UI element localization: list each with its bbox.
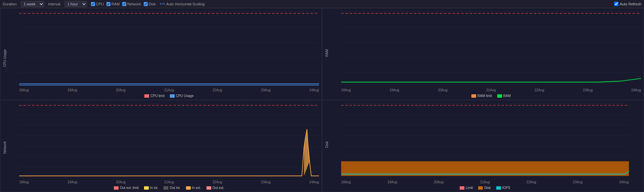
cpu-y-label: CPU Usage [3, 49, 7, 67]
disk-svg [341, 102, 629, 180]
network-checkbox-label[interactable]: Network [122, 2, 141, 6]
auto-refresh: Auto Refresh [614, 2, 641, 6]
scaling-icon: ⟺ [160, 2, 165, 6]
cpu-svg [19, 10, 319, 88]
cpu-limit-label: CPU limit [150, 94, 165, 98]
duration-select[interactable]: 1 week 1 day 1 month [21, 1, 44, 7]
network-label: Network [127, 2, 141, 6]
cpu-x-24aug: 24Aug [309, 88, 319, 92]
disk-chart-panel: Disk 500 GB 100 GB 30 GB 10 GB 3 GB 1 GB… [322, 100, 644, 192]
disk-chart-area: 500 GB 100 GB 30 GB 10 GB 3 GB 1 GB 300 … [341, 102, 629, 180]
cpu-limit-legend: CPU limit [144, 94, 165, 98]
cpu-chart-area: 5 GHz 4 GHz 3 GHz 2 GHz 1 GHz [19, 10, 319, 88]
cpu-x-23aug: 23Aug [261, 88, 271, 92]
interval-label: Interval [48, 2, 60, 6]
ram-chart-panel: RAM 1.5 GiB 1.25 GiB 1 GiB 768 MiB 512 M… [322, 8, 644, 100]
charts-container: CPU Usage 5 GHz 4 GHz 3 GHz 2 GHz 1 GHz [0, 8, 644, 192]
auto-refresh-checkbox[interactable] [614, 2, 618, 6]
ram-checkbox-label[interactable]: RAM [106, 2, 120, 6]
ram-usage-legend: RAM [497, 94, 511, 98]
ram-chart-area: 1.5 GiB 1.25 GiB 1 GiB 768 MiB 512 MiB 2… [341, 10, 641, 88]
ram-legend: RAM limit RAM [341, 93, 641, 98]
cpu-chart-panel: CPU Usage 5 GHz 4 GHz 3 GHz 2 GHz 1 GHz [0, 8, 322, 100]
cpu-x-19aug: 19Aug [67, 88, 77, 92]
ram-checkbox[interactable] [106, 2, 110, 6]
network-chart-area: 900 GB 100 GB 10 GB 1 GB 100 MB 10 MB 1 … [19, 102, 319, 180]
ram-y-label: RAM [325, 49, 329, 57]
auto-scaling-label[interactable]: ⟺ Auto Horizontal Scaling [160, 2, 204, 6]
cpu-checkbox[interactable] [91, 2, 95, 6]
ram-svg [341, 10, 641, 88]
auto-scaling-text: Auto Horizontal Scaling [166, 2, 204, 6]
top-bar: Duration 1 week 1 day 1 month Interval 1… [0, 0, 644, 8]
svg-marker-31 [341, 161, 629, 176]
network-x-axis: 18Aug 19Aug 20Aug 21Aug 22Aug 23Aug 24Au… [19, 180, 319, 185]
disk-checkbox-label[interactable]: Disk [144, 2, 156, 6]
ram-limit-legend: RAM limit [471, 94, 492, 98]
cpu-checkbox-label[interactable]: CPU [91, 2, 104, 6]
network-y-label: Network [3, 141, 7, 154]
cpu-x-18aug: 18Aug [19, 88, 29, 92]
cpu-x-22aug: 22Aug [213, 88, 222, 92]
svg-marker-22 [304, 129, 310, 176]
disk-legend: Limit Disk IOPS [341, 185, 629, 190]
auto-refresh-label: Auto Refresh [620, 2, 641, 6]
network-svg [19, 102, 319, 180]
network-checkbox[interactable] [122, 2, 126, 6]
disk-x-axis: 18Aug 19Aug 20Aug 21Aug 22Aug 23Aug 24Au… [341, 180, 629, 185]
ram-label: RAM [111, 2, 120, 6]
cpu-x-21aug: 21Aug [164, 88, 174, 92]
network-legend: Out ext. limit In int. Out int. In ext. [19, 185, 319, 190]
disk-checkbox[interactable] [144, 2, 148, 6]
cpu-usage-color [170, 94, 175, 98]
cpu-limit-color [144, 94, 149, 98]
ram-x-axis: 18Aug 19Aug 20Aug 21Aug 22Aug 23Aug 24Au… [341, 88, 641, 93]
cpu-x-20aug: 20Aug [116, 88, 126, 92]
cpu-legend: CPU limit CPU Usage [19, 93, 319, 98]
duration-label: Duration [3, 2, 17, 6]
disk-y-label: Disk [325, 141, 329, 148]
cpu-x-axis: 18Aug 19Aug 20Aug 21Aug 22Aug 23Aug 24Au… [19, 88, 319, 93]
network-chart-panel: Network 900 GB 100 GB 10 GB 1 GB 100 MB … [0, 100, 322, 192]
cpu-usage-label: CPU Usage [176, 94, 194, 98]
metric-checkboxes: CPU RAM Network Disk [91, 2, 156, 6]
cpu-usage-legend: CPU Usage [170, 94, 194, 98]
disk-label: Disk [149, 2, 156, 6]
cpu-label: CPU [96, 2, 104, 6]
interval-select[interactable]: 1 hour 30 min 6 hours [64, 1, 87, 7]
